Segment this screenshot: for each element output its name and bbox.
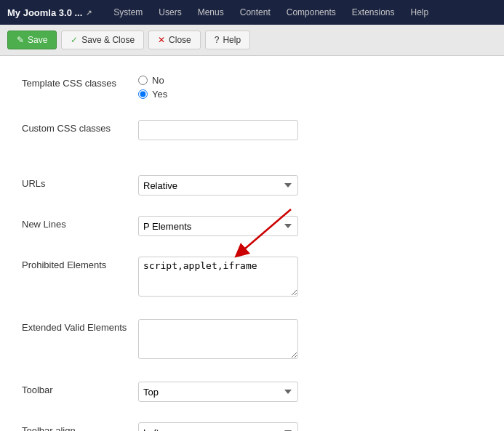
nav-item-menus[interactable]: Menus <box>191 3 231 22</box>
top-navbar: My Joomla 3.0 ... ↗ System Users Menus C… <box>0 0 504 25</box>
custom-css-group: Custom CSS classes <box>22 116 482 145</box>
urls-group: URLs Relative Absolute <box>22 171 482 200</box>
template-css-yes-label: Yes <box>152 89 167 100</box>
check-icon: ✓ <box>71 35 78 45</box>
prohibited-control: script,applet,iframe <box>138 257 327 299</box>
template-css-label: Template CSS classes <box>22 75 138 89</box>
nav-menu: System Users Menus Content Components Ex… <box>106 3 436 22</box>
save-button[interactable]: ✎ Save <box>7 31 57 49</box>
brand-title: My Joomla 3.0 ... <box>7 7 82 18</box>
x-icon: ✕ <box>158 35 165 45</box>
toolbar-bar: ✎ Save ✓ Save & Close ✕ Close ? Help <box>0 25 504 56</box>
template-css-yes-radio[interactable] <box>138 89 148 99</box>
template-css-group: Template CSS classes No Yes <box>22 71 482 104</box>
custom-css-label: Custom CSS classes <box>22 120 138 134</box>
extended-control <box>138 319 327 361</box>
template-css-no-option[interactable]: No <box>138 75 327 86</box>
nav-item-help[interactable]: Help <box>404 3 436 22</box>
toolbar-align-group: Toolbar align Left Center Right <box>22 418 482 431</box>
new-lines-group: New Lines P Elements BR Elements <box>22 212 482 241</box>
external-link-icon: ↗ <box>86 9 92 17</box>
help-button[interactable]: ? Help <box>205 31 250 49</box>
question-icon: ? <box>215 35 220 45</box>
prohibited-textarea[interactable]: script,applet,iframe <box>138 257 298 297</box>
template-css-no-radio[interactable] <box>138 76 148 85</box>
urls-select[interactable]: Relative Absolute <box>138 175 298 196</box>
save-close-label: Save & Close <box>81 35 135 45</box>
extended-group: Extended Valid Elements <box>22 315 482 366</box>
save-label: Save <box>28 35 47 45</box>
nav-item-system[interactable]: System <box>106 3 150 22</box>
save-close-button[interactable]: ✓ Save & Close <box>61 31 144 49</box>
new-lines-label: New Lines <box>22 216 138 230</box>
custom-css-input[interactable] <box>138 120 298 140</box>
save-icon: ✎ <box>17 35 24 45</box>
close-label: Close <box>169 35 191 45</box>
prohibited-label: Prohibited Elements <box>22 257 138 270</box>
extended-textarea[interactable] <box>138 319 298 359</box>
toolbar-group: Toolbar Top Bottom <box>22 377 482 406</box>
nav-item-users[interactable]: Users <box>151 3 188 22</box>
toolbar-field-label: Toolbar <box>22 382 138 395</box>
help-label: Help <box>223 35 241 45</box>
new-lines-select[interactable]: P Elements BR Elements <box>138 216 298 236</box>
brand[interactable]: My Joomla 3.0 ... ↗ <box>7 7 92 18</box>
urls-control: Relative Absolute <box>138 175 327 196</box>
toolbar-select[interactable]: Top Bottom <box>138 382 298 402</box>
custom-css-control <box>138 120 327 140</box>
toolbar-control: Top Bottom <box>138 382 327 402</box>
template-css-no-label: No <box>152 75 164 86</box>
close-button[interactable]: ✕ Close <box>148 31 201 49</box>
template-css-controls: No Yes <box>138 75 327 100</box>
nav-item-content[interactable]: Content <box>233 3 278 22</box>
toolbar-align-label: Toolbar align <box>22 422 138 431</box>
new-lines-control: P Elements BR Elements <box>138 216 327 236</box>
template-css-yes-option[interactable]: Yes <box>138 89 327 100</box>
template-css-radio-group: No Yes <box>138 75 327 100</box>
nav-item-extensions[interactable]: Extensions <box>345 3 402 22</box>
toolbar-align-select[interactable]: Left Center Right <box>138 422 298 431</box>
main-content: Template CSS classes No Yes Custom CSS c… <box>0 56 504 431</box>
nav-item-components[interactable]: Components <box>279 3 343 22</box>
urls-label: URLs <box>22 175 138 189</box>
toolbar-align-control: Left Center Right <box>138 422 327 431</box>
prohibited-group: Prohibited Elements script,applet,iframe <box>22 252 482 303</box>
extended-label: Extended Valid Elements <box>22 319 138 333</box>
